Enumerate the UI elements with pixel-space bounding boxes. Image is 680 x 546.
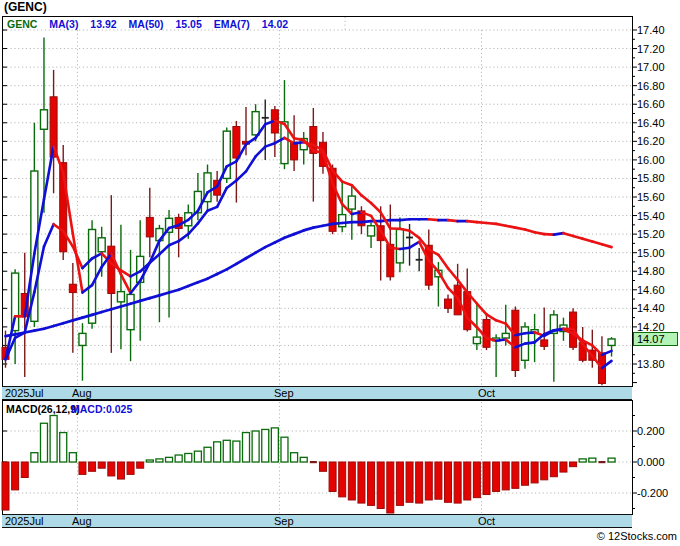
stock-chart-page: (GENC) 17.4017.2017.0016.8016.6016.4016.… — [0, 0, 680, 546]
price-axis-label: 14.60 — [637, 284, 665, 296]
legend-ma3-value: 13.92 — [90, 18, 116, 30]
time-axis-label: Oct — [478, 387, 495, 399]
ma3-line — [6, 121, 612, 368]
price-axis-label: 16.80 — [637, 80, 665, 92]
legend-ema7-value: 14.02 — [262, 18, 288, 30]
macd-value-label: MACD:0.025 — [71, 403, 132, 415]
macd-histogram — [2, 416, 615, 514]
time-axis-label: Aug — [72, 387, 92, 399]
legend-ma3-label: MA(3) — [49, 18, 78, 30]
price-axis-label: 15.40 — [637, 210, 665, 222]
macd-axis-label: -0.200 — [637, 487, 668, 499]
time-axis-label: 2025Jul — [5, 387, 44, 399]
price-y-axis: 17.4017.2017.0016.8016.6016.4016.2016.00… — [632, 24, 665, 383]
price-axis-label: 14.40 — [637, 302, 665, 314]
price-axis-label: 17.20 — [637, 43, 665, 55]
macd-axis-label: 0.200 — [637, 425, 665, 437]
panel-borders — [2, 16, 632, 514]
time-axis-label: Oct — [478, 515, 495, 527]
macd-y-axis: 0.2000.000-0.200 — [632, 416, 668, 509]
time-axis-label: 2025Jul — [5, 515, 44, 527]
price-axis-label: 16.60 — [637, 98, 665, 110]
price-axis-label: 15.20 — [637, 228, 665, 240]
legend-ema7-label: EMA(7) — [214, 18, 250, 30]
price-axis-label: 17.00 — [637, 61, 665, 73]
price-axis-label: 16.00 — [637, 154, 665, 166]
price-axis-label: 15.60 — [637, 191, 665, 203]
legend-ma50-label: MA(50) — [129, 18, 164, 30]
price-axis-label: 15.00 — [637, 247, 665, 259]
price-axis-label: 17.40 — [637, 24, 665, 36]
chart-canvas: 17.4017.2017.0016.8016.6016.4016.2016.00… — [0, 0, 680, 546]
time-axis-label: Sep — [274, 515, 294, 527]
price-axis-label: 14.80 — [637, 265, 665, 277]
gridlines — [3, 17, 631, 513]
price-axis-label: 16.20 — [637, 135, 665, 147]
copyright-watermark: © 12Stocks.com — [597, 530, 677, 542]
price-axis-label: 15.80 — [637, 172, 665, 184]
price-axis-label: 16.40 — [637, 117, 665, 129]
price-axis-label: 13.80 — [637, 358, 665, 370]
macd-params-label: MACD(26,12,9) — [6, 403, 80, 415]
time-axis-band-lower: 2025JulAugSepOct — [2, 514, 632, 528]
macd-axis-label: 0.000 — [637, 456, 665, 468]
ema7-line — [6, 138, 612, 359]
legend-symbol: GENC — [7, 18, 37, 30]
time-axis-band-upper: 2025JulAugSepOct — [2, 386, 632, 400]
current-price-badge: 14.07 — [633, 332, 678, 346]
legend-ma50-value: 15.05 — [176, 18, 202, 30]
chart-svg: 17.4017.2017.0016.8016.6016.4016.2016.00… — [0, 0, 680, 546]
macd-legend: MACD(26,12,9) MACD:0.025 — [0, 403, 630, 415]
time-axis-label: Aug — [72, 515, 92, 527]
time-axis-label: Sep — [274, 387, 294, 399]
price-legend: GENC MA(3) 13.92 MA(50) 15.05 EMA(7) 14.… — [7, 18, 297, 31]
